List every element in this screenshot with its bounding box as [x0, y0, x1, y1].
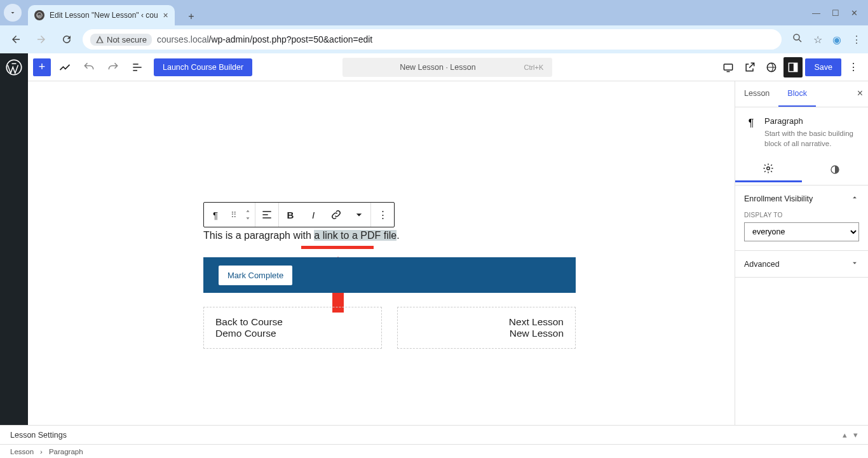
paragraph-type-icon[interactable]: ¶ — [204, 203, 227, 227]
forward-button[interactable] — [32, 30, 51, 49]
paragraph-block[interactable]: This is a paragraph with a link to a PDF… — [203, 230, 400, 241]
redo-button[interactable] — [103, 57, 123, 77]
mark-complete-bar: Mark Complete — [203, 257, 576, 293]
tab-lesson[interactable]: Lesson — [735, 81, 778, 107]
reload-button[interactable] — [57, 30, 76, 49]
document-title-bar[interactable]: New Lesson · Lesson Ctrl+K — [342, 58, 552, 77]
wp-admin-sidebar[interactable] — [0, 53, 28, 444]
breadcrumb: Lesson › Paragraph — [0, 444, 868, 458]
svg-rect-6 — [794, 63, 797, 71]
close-inspector-icon[interactable]: × — [857, 88, 863, 99]
view-button[interactable] — [719, 57, 738, 77]
minimize-icon[interactable]: — — [812, 8, 820, 18]
astra-button[interactable] — [762, 57, 781, 77]
bookmark-icon[interactable]: ☆ — [813, 34, 822, 46]
svg-rect-3 — [724, 64, 733, 70]
maximize-icon[interactable]: ☐ — [832, 8, 839, 18]
settings-sidebar-button[interactable] — [783, 57, 803, 77]
contrast-icon — [829, 164, 841, 175]
add-block-button[interactable]: + — [33, 58, 51, 76]
warning-icon — [95, 35, 104, 44]
prev-lesson-card[interactable]: Back to Course Demo Course — [203, 307, 382, 349]
crumb-lesson[interactable]: Lesson — [10, 448, 34, 455]
italic-button[interactable]: I — [302, 203, 325, 227]
close-tab-icon[interactable]: × — [163, 10, 168, 20]
window-controls: — ☐ ✕ — [812, 8, 864, 18]
extension-globe-icon[interactable]: ◉ — [832, 34, 841, 46]
annotation-underline — [301, 246, 374, 249]
close-window-icon[interactable]: ✕ — [851, 8, 858, 18]
next-lesson-card[interactable]: Next Lesson New Lesson — [397, 307, 576, 349]
display-to-select[interactable]: everyone — [744, 222, 859, 241]
tab-block[interactable]: Block — [778, 81, 816, 107]
crumb-paragraph[interactable]: Paragraph — [49, 448, 83, 455]
lesson-settings-bar[interactable]: Lesson Settings ▴ ▾ — [0, 425, 868, 444]
block-toolbar: ¶ ⠿ B I — [203, 202, 395, 227]
browser-tab[interactable]: Edit Lesson "New Lesson" ‹ cou × — [28, 5, 175, 25]
bold-button[interactable]: B — [279, 203, 302, 227]
align-button[interactable] — [255, 203, 278, 227]
editor-header: + Launch Course Builder New Lesson · Les… — [28, 53, 868, 81]
url-text: courses.local/wp-admin/post.php?post=50&… — [157, 34, 372, 44]
collapse-down-icon[interactable]: ▾ — [853, 430, 858, 440]
display-to-label: DISPLAY TO — [744, 212, 859, 219]
move-arrows-icon[interactable] — [241, 203, 255, 227]
chevron-right-icon: › — [40, 448, 43, 455]
svg-point-7 — [767, 167, 770, 170]
tab-title: Edit Lesson "New Lesson" ‹ cou — [50, 11, 158, 20]
selected-text[interactable]: a link to a PDF file — [314, 230, 397, 241]
launch-course-builder-button[interactable]: Launch Course Builder — [154, 58, 252, 76]
advanced-panel-header[interactable]: Advanced — [735, 251, 868, 277]
block-info: ¶ Paragraph Start with the basic buildin… — [735, 107, 868, 154]
gear-icon — [763, 163, 774, 174]
external-link-button[interactable] — [740, 57, 759, 77]
styles-tab[interactable] — [802, 156, 869, 182]
mark-complete-button[interactable]: Mark Complete — [219, 266, 292, 285]
chevron-up-icon — [850, 193, 859, 204]
wordpress-logo-icon[interactable] — [5, 58, 23, 76]
editor-canvas[interactable]: ¶ ⠿ B I — [28, 81, 735, 444]
save-button[interactable]: Save — [805, 58, 841, 76]
back-button[interactable] — [6, 30, 25, 49]
svg-point-1 — [794, 34, 799, 40]
chrome-menu-icon[interactable]: ⋮ — [851, 34, 862, 46]
browser-tab-strip: Edit Lesson "New Lesson" ‹ cou × + — ☐ ✕ — [0, 0, 868, 25]
settings-tab[interactable] — [735, 156, 802, 182]
wordpress-favicon-icon — [34, 10, 44, 20]
security-chip[interactable]: Not secure — [90, 34, 152, 46]
tab-search-button[interactable] — [4, 4, 22, 22]
tools-button[interactable] — [55, 57, 75, 77]
paragraph-icon: ¶ — [744, 116, 758, 130]
address-bar: Not secure courses.local/wp-admin/post.p… — [0, 25, 868, 53]
block-options-icon[interactable]: ⋮ — [371, 203, 394, 227]
chevron-down-icon — [850, 259, 859, 269]
url-field[interactable]: Not secure courses.local/wp-admin/post.p… — [83, 29, 782, 50]
new-tab-button[interactable]: + — [182, 8, 200, 25]
inspector-sidebar: Lesson Block × ¶ Paragraph Start with th… — [735, 81, 868, 444]
collapse-up-icon[interactable]: ▴ — [843, 430, 847, 440]
options-button[interactable]: ⋮ — [844, 57, 863, 77]
enrollment-panel-header[interactable]: Enrollment Visibility — [735, 185, 868, 212]
document-overview-button[interactable] — [127, 57, 147, 77]
drag-handle-icon[interactable]: ⠿ — [227, 203, 241, 227]
link-button[interactable] — [325, 203, 348, 227]
undo-button[interactable] — [79, 57, 99, 77]
more-formatting-icon[interactable] — [348, 203, 370, 227]
zoom-icon[interactable] — [792, 32, 803, 46]
